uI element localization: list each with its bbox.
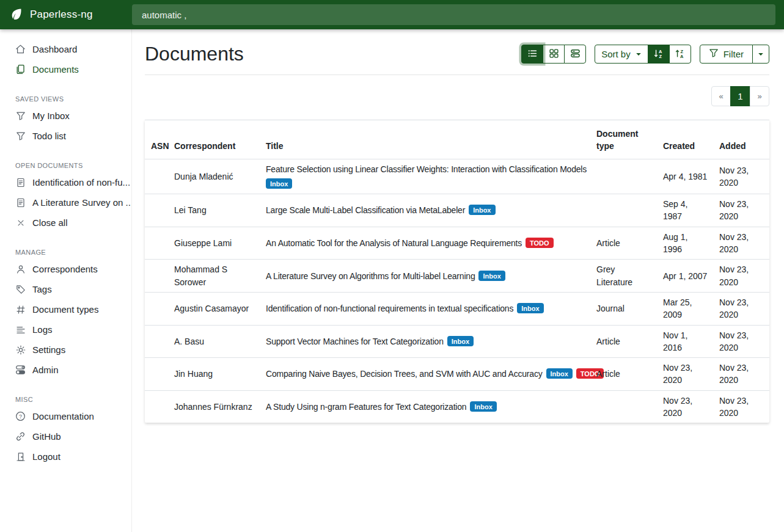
created-cell: Apr 4, 1981 [657, 159, 713, 194]
list-view-button[interactable] [521, 45, 543, 64]
table-row: Mohammad S SorowerA Literature Survey on… [145, 260, 769, 293]
pagination-page-1-button[interactable]: 1 [730, 86, 750, 106]
table-header-row: ASNCorrespondentTitleDocument typeCreate… [145, 120, 769, 159]
sidebar-item-documents[interactable]: Documents [0, 59, 131, 79]
leaf-icon [9, 7, 24, 22]
sort-descending-button[interactable]: AZ [648, 45, 670, 64]
title-cell: Large Scale Multi-Label Classification v… [260, 194, 590, 227]
sidebar-item-admin[interactable]: Admin [0, 360, 131, 380]
column-header-created[interactable]: Created [657, 120, 713, 159]
tag-badge-inbox[interactable]: Inbox [469, 205, 495, 215]
filter-button[interactable]: Filter [700, 45, 753, 64]
toolbar: Sort by AZ ZA [521, 45, 769, 64]
tag-badge-inbox[interactable]: Inbox [546, 368, 573, 379]
document-type-cell [590, 390, 657, 423]
added-cell: Nov 23, 2020 [713, 159, 769, 194]
sidebar-item-github[interactable]: GitHub [0, 426, 131, 446]
gear-icon [15, 344, 26, 355]
sidebar-item-label: Documentation [32, 411, 94, 421]
document-title-link[interactable]: An Automatic Tool for the Analysis of Na… [266, 238, 522, 248]
sidebar-item-label: Logs [32, 324, 53, 335]
sidebar-item-document-types[interactable]: Document types [0, 299, 131, 319]
detail-view-button[interactable] [564, 45, 586, 64]
sidebar-item-label: Settings [32, 344, 65, 355]
main-content: Documents [132, 29, 784, 532]
tag-badge-inbox[interactable]: Inbox [470, 401, 496, 412]
correspondent-cell: Giuseppe Lami [168, 227, 260, 260]
sidebar-item-close-all[interactable]: Close all [0, 213, 131, 233]
table-row: Johannes FürnkranzA Study Using n-gram F… [145, 390, 769, 423]
sidebar-item-my-inbox[interactable]: My Inbox [0, 106, 131, 126]
app-brand-link[interactable]: Paperless-ng [0, 7, 132, 22]
column-header-asn[interactable]: ASN [145, 120, 168, 159]
document-title-link[interactable]: Feature Selection using Linear Classifie… [266, 164, 587, 174]
toggles-icon [15, 365, 26, 375]
title-cell: Feature Selection using Linear Classifie… [260, 159, 590, 194]
title-cell: Comparing Naive Bayes, Decision Trees, a… [260, 358, 590, 391]
grid-view-button[interactable] [543, 45, 565, 64]
sidebar-item-logout[interactable]: Logout [0, 446, 131, 467]
sort-by-button[interactable]: Sort by [595, 45, 648, 64]
created-cell: Nov 23, 2020 [657, 390, 713, 423]
document-title-link[interactable]: Identification of non-functional require… [266, 304, 513, 313]
correspondent-cell: Jin Huang [168, 358, 260, 391]
list-view-icon [527, 48, 538, 60]
table-row: Agustin CasamayorIdentification of non-f… [145, 292, 769, 325]
app-header: Paperless-ng [0, 0, 784, 29]
sidebar-item-todo-list[interactable]: Todo list [0, 126, 131, 146]
tag-icon [15, 284, 26, 294]
funnel-icon [15, 131, 26, 141]
sidebar-item-settings[interactable]: Settings [0, 340, 131, 360]
column-header-document-type[interactable]: Document type [590, 120, 657, 159]
document-type-cell [590, 159, 657, 194]
correspondent-cell: Lei Tang [168, 194, 260, 227]
home-icon [15, 44, 26, 54]
sort-by-label: Sort by [601, 49, 631, 59]
sidebar-item-label: Close all [32, 217, 68, 228]
title-cell: An Automatic Tool for the Analysis of Na… [260, 227, 590, 260]
document-title-link[interactable]: Support Vector Machines for Text Categor… [266, 337, 444, 346]
table-row: Giuseppe LamiAn Automatic Tool for the A… [145, 227, 769, 260]
sidebar-item-label: Tags [32, 284, 52, 294]
page-title: Documents [145, 43, 244, 65]
svg-text:Z: Z [659, 53, 662, 58]
pagination-prev-button[interactable]: « [711, 86, 731, 106]
column-header-added[interactable]: Added [713, 120, 769, 159]
table-row: A. BasuSupport Vector Machines for Text … [145, 325, 769, 358]
created-cell: Nov 23, 2020 [657, 358, 713, 391]
sort-ascending-button[interactable]: ZA [669, 45, 691, 64]
sidebar-item-identification-of-non-fu[interactable]: Identification of non-fu... [0, 172, 131, 192]
sidebar-item-dashboard[interactable]: Dashboard [0, 39, 131, 59]
search-input[interactable] [132, 4, 775, 25]
document-title-link[interactable]: A Literature Survey on Algorithms for Mu… [266, 271, 475, 281]
document-title-link[interactable]: A Study Using n-gram Features for Text C… [266, 402, 466, 412]
tag-badge-inbox[interactable]: Inbox [447, 336, 474, 346]
sidebar-item-a-literature-survey-on[interactable]: A Literature Survey on ... [0, 192, 131, 213]
document-title-link[interactable]: Large Scale Multi-Label Classification v… [266, 205, 465, 215]
filter-group: Filter [700, 45, 769, 64]
document-type-cell: Journal [590, 292, 657, 325]
sidebar-item-tags[interactable]: Tags [0, 279, 131, 299]
column-header-title[interactable]: Title [260, 120, 590, 159]
sidebar-item-correspondents[interactable]: Correspondents [0, 259, 131, 279]
person-icon [15, 264, 26, 274]
asn-cell [145, 292, 168, 325]
sidebar-section-heading: MANAGE [15, 249, 122, 256]
tag-badge-inbox[interactable]: Inbox [266, 178, 292, 189]
sidebar-item-logs[interactable]: Logs [0, 319, 131, 340]
documents-table: ASNCorrespondentTitleDocument typeCreate… [145, 120, 769, 423]
grid-view-icon [549, 48, 559, 60]
document-title-link[interactable]: Comparing Naive Bayes, Decision Trees, a… [266, 369, 543, 379]
pagination-next-button[interactable]: » [750, 86, 769, 106]
svg-text:?: ? [19, 414, 22, 420]
link-icon [15, 431, 26, 442]
tag-badge-todo[interactable]: TODO [526, 238, 554, 248]
detail-view-icon [570, 48, 581, 60]
tag-badge-inbox[interactable]: Inbox [517, 303, 543, 313]
sidebar-item-label: Todo list [32, 131, 66, 141]
column-header-correspondent[interactable]: Correspondent [168, 120, 260, 159]
sort-group: Sort by AZ ZA [595, 45, 691, 64]
sidebar-item-documentation[interactable]: ?Documentation [0, 406, 131, 426]
filter-dropdown-button[interactable] [752, 45, 769, 64]
tag-badge-inbox[interactable]: Inbox [478, 271, 505, 281]
